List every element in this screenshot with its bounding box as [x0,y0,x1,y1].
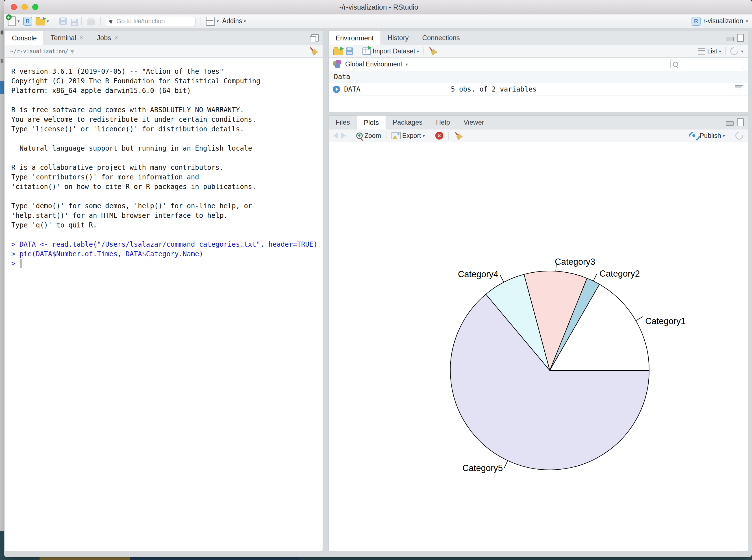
rstudio-window: ~/r-visualization - RStudio ▾ R ▾ ▾ [4,0,752,557]
console-tabstrip: Console Terminal × Jobs × [5,31,323,45]
plots-toolbar: Zoom Export ▾ × Publish ▾ [329,129,748,142]
view-data-icon[interactable] [735,85,743,94]
save-all-icon[interactable] [70,19,78,26]
maximize-pane-icon[interactable] [737,34,744,42]
r-project-icon: R [692,17,700,26]
new-file-button[interactable]: ▾ [8,16,20,26]
tab-connections[interactable]: Connections [415,31,466,45]
close-icon[interactable]: × [80,34,83,42]
chevron-down-icon[interactable]: ▾ [217,19,219,23]
save-workspace-icon[interactable] [346,47,353,55]
console-line: Platform: x86_64-apple-darwin15.6.0 (64-… [11,86,320,96]
export-plot-button[interactable]: Export ▾ [391,132,425,140]
open-file-button[interactable]: ▾ [36,17,49,25]
r-project-icon: R [23,17,32,26]
chevron-down-icon[interactable]: ▾ [18,19,20,23]
environment-search-input[interactable] [680,61,748,68]
environment-tabstrip: Environment History Connections [329,31,748,45]
environment-scope-row: Global Environment ▾ [329,58,748,71]
pane-layout-button[interactable]: ▾ [206,17,219,26]
environment-empty-area [329,96,748,113]
tab-environment[interactable]: Environment [329,31,381,45]
chevron-down-icon[interactable]: ▾ [47,19,49,23]
tab-terminal-label: Terminal [50,34,76,42]
chevron-down-icon[interactable]: ▾ [746,19,748,23]
console-line: Copyright (C) 2019 The R Foundation for … [11,76,320,86]
pie-label-category4: Category4 [458,269,498,279]
tab-plots[interactable]: Plots [357,116,386,129]
clear-console-icon[interactable] [307,45,319,57]
export-image-icon [391,132,401,139]
environment-object-row[interactable]: DATA 5 obs. of 2 variables [329,83,748,96]
refresh-plot-icon[interactable] [734,130,745,141]
close-window-button[interactable] [11,4,17,10]
minimize-pane-icon[interactable] [726,121,734,126]
goto-file-input[interactable] [116,17,198,25]
zoom-plot-button[interactable]: Zoom [356,132,381,140]
chevron-down-icon[interactable]: ▾ [406,62,408,66]
environment-search-box[interactable] [670,59,743,69]
console-line: Type 'demo()' for some demos, 'help()' f… [11,201,320,211]
console-prompt-line[interactable]: > [11,259,320,268]
publish-button[interactable]: Publish ▾ [690,132,725,140]
import-dataset-icon [362,47,371,55]
tab-packages[interactable]: Packages [386,116,429,129]
project-name-label: r-visualization [704,17,743,25]
tab-viewer[interactable]: Viewer [457,116,491,129]
tab-jobs[interactable]: Jobs × [90,31,125,45]
pie-label-category3: Category3 [555,257,595,267]
maximize-pane-icon[interactable] [311,34,319,42]
object-name[interactable]: DATA [344,85,361,93]
pie-chart: Category1 Category2 Category3 Category4 … [408,229,691,512]
expand-object-icon[interactable] [333,86,340,93]
main-toolbar: ▾ R ▾ ▾ Addins ▾ R r-visualization [4,15,752,28]
tab-console[interactable]: Console [5,31,44,45]
previous-plot-icon[interactable] [333,133,338,139]
goto-directory-icon[interactable] [70,48,75,54]
chevron-down-icon[interactable]: ▾ [417,49,419,54]
maximize-pane-icon[interactable] [737,118,744,126]
tab-files[interactable]: Files [329,116,357,129]
console-line: R version 3.6.1 (2019-07-05) -- "Action … [11,67,320,76]
list-view-button[interactable]: List ▾ [698,47,721,55]
zoom-label: Zoom [364,132,381,140]
goto-file-function-box[interactable] [106,16,196,26]
chevron-down-icon[interactable]: ▾ [423,134,425,138]
tab-help[interactable]: Help [429,116,456,129]
workspace: Console Terminal × Jobs × ~/r-visualizat… [4,28,752,554]
console-line: You are welcome to redistribute it under… [11,115,320,124]
zoom-window-button[interactable] [32,4,38,10]
toolbar-separator [730,132,730,140]
goto-arrow-icon [108,18,114,24]
import-dataset-button[interactable]: Import Dataset ▾ [362,47,419,55]
load-workspace-icon[interactable] [333,48,343,55]
addins-button[interactable]: Addins ▾ [222,17,246,25]
console-line [11,192,320,201]
console-line: Type 'contributors()' for more informati… [11,172,320,182]
console-line: R is free software and comes with ABSOLU… [11,105,320,115]
tab-terminal[interactable]: Terminal × [44,31,90,45]
remove-plot-icon[interactable]: × [435,132,443,140]
console-command: > pie(DATA$Number.of.Times, DATA$Categor… [11,249,320,259]
chevron-down-icon[interactable]: ▾ [723,134,725,138]
print-icon[interactable] [87,20,95,25]
new-project-button[interactable]: R [23,17,32,26]
chevron-down-icon[interactable]: ▾ [244,19,246,23]
chevron-down-icon[interactable]: ▾ [719,49,721,54]
chevron-down-icon[interactable]: ▾ [741,49,743,54]
clear-all-plots-icon[interactable] [452,130,464,142]
next-plot-icon[interactable] [341,133,346,139]
console-command: > DATA <- read.table("/Users/lsalazar/co… [11,240,320,249]
project-menu-button[interactable]: R r-visualization ▾ [692,17,748,26]
console-line: 'citation()' on how to cite R or R packa… [11,182,320,192]
close-icon[interactable]: × [115,34,118,42]
minimize-window-button[interactable] [21,4,28,10]
traffic-lights [11,4,38,10]
tab-history[interactable]: History [381,31,415,45]
console-line [11,96,320,105]
console-output[interactable]: R version 3.6.1 (2019-07-05) -- "Action … [5,58,323,551]
save-icon[interactable] [59,18,67,25]
minimize-pane-icon[interactable] [726,37,734,41]
refresh-icon[interactable] [729,45,740,57]
clear-environment-icon[interactable] [427,45,439,57]
